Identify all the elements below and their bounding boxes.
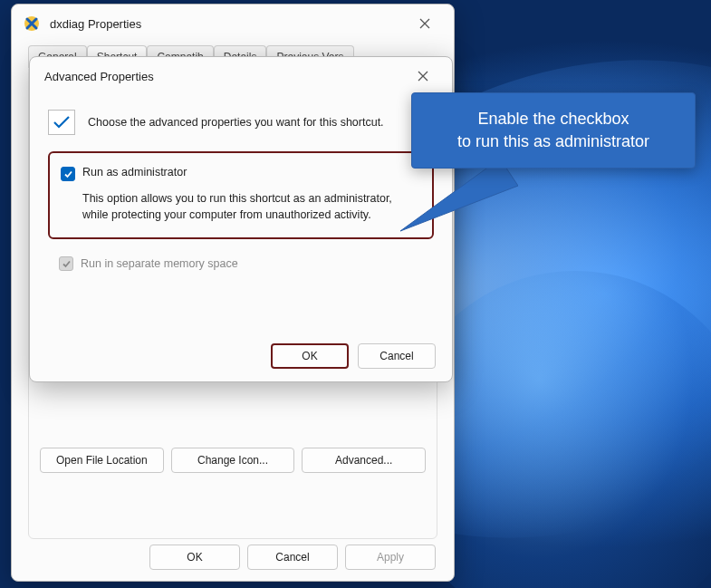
advanced-titlebar: Advanced Properties — [30, 57, 452, 95]
advanced-properties-window: Advanced Properties Choose the advanced … — [29, 56, 453, 382]
callout-line1: Enable the checkbox — [425, 108, 682, 130]
hint-text: Choose the advanced properties you want … — [88, 116, 384, 129]
advanced-cancel-button[interactable]: Cancel — [358, 343, 436, 369]
shortcut-action-row: Open File Location Change Icon... Advanc… — [40, 448, 426, 473]
properties-apply-button[interactable]: Apply — [345, 545, 436, 570]
hint-row: Choose the advanced properties you want … — [48, 110, 434, 135]
separate-memory-row: Run in separate memory space — [59, 255, 434, 271]
close-icon[interactable] — [407, 10, 443, 37]
properties-ok-button[interactable]: OK — [149, 545, 240, 570]
change-icon-button[interactable]: Change Icon... — [171, 448, 295, 473]
separate-memory-label: Run in separate memory space — [81, 257, 238, 270]
properties-titlebar: dxdiag Properties — [12, 5, 454, 43]
advanced-ok-button[interactable]: OK — [271, 343, 349, 369]
run-as-admin-checkbox[interactable] — [61, 167, 75, 181]
annotation-callout: Enable the checkbox to run this as admin… — [411, 92, 696, 169]
separate-memory-checkbox — [59, 256, 73, 271]
run-as-admin-label: Run as administrator — [82, 166, 187, 178]
advanced-close-icon[interactable] — [405, 63, 441, 90]
properties-footer: OK Cancel Apply — [149, 545, 436, 570]
callout-line2: to run this as administrator — [425, 130, 682, 153]
run-as-admin-description: This option allows you to run this short… — [82, 190, 418, 223]
advanced-footer: OK Cancel — [271, 343, 436, 369]
advanced-title: Advanced Properties — [44, 70, 405, 83]
advanced-button[interactable]: Advanced... — [302, 448, 426, 473]
hint-check-icon — [48, 110, 75, 135]
open-file-location-button[interactable]: Open File Location — [40, 448, 164, 473]
advanced-body: Choose the advanced properties you want … — [30, 95, 452, 285]
dxdiag-icon — [23, 14, 41, 33]
run-as-admin-group: Run as administrator This option allows … — [48, 151, 434, 239]
properties-cancel-button[interactable]: Cancel — [247, 545, 338, 570]
svg-marker-1 — [400, 159, 518, 231]
properties-title: dxdiag Properties — [50, 17, 407, 31]
run-as-admin-row[interactable]: Run as administrator — [61, 166, 418, 181]
